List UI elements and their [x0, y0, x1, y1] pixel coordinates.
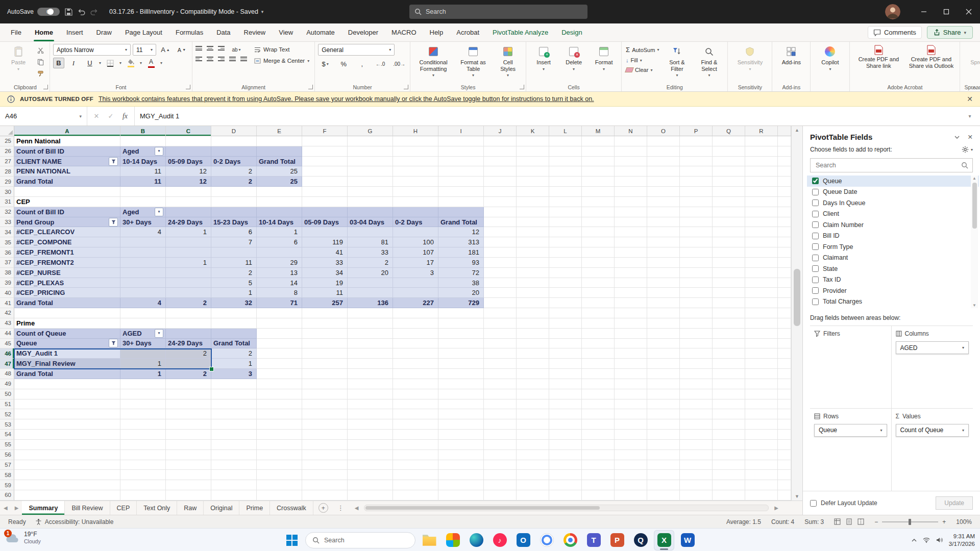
- cell-K30[interactable]: [517, 187, 549, 197]
- cell-N39[interactable]: [615, 278, 647, 288]
- cell-C42[interactable]: [166, 308, 211, 318]
- cell-C51[interactable]: [166, 399, 211, 410]
- cell-F29[interactable]: [302, 177, 348, 187]
- cell-F44[interactable]: [302, 329, 348, 339]
- cell-E26[interactable]: [257, 146, 302, 157]
- cell-O49[interactable]: [647, 379, 680, 389]
- cell-E57[interactable]: [257, 460, 302, 470]
- cell-I45[interactable]: [438, 339, 484, 349]
- cell-O55[interactable]: [647, 440, 680, 450]
- cell-A28[interactable]: PENN NATIONAL: [14, 166, 120, 177]
- cell-L29[interactable]: [549, 177, 582, 187]
- row-header-43[interactable]: 43: [0, 318, 14, 329]
- cell-B36[interactable]: [120, 247, 166, 258]
- cell-B43[interactable]: [120, 318, 166, 329]
- format-cells-button[interactable]: Format▾: [590, 44, 618, 72]
- cell-C43[interactable]: [166, 318, 211, 329]
- cell-P27[interactable]: [680, 157, 713, 167]
- cell-J48[interactable]: [484, 369, 517, 379]
- cell-G50[interactable]: [348, 389, 393, 399]
- cell-O37[interactable]: [647, 258, 680, 268]
- cell-F50[interactable]: [302, 389, 348, 399]
- cell-G49[interactable]: [348, 379, 393, 389]
- cell-N36[interactable]: [615, 247, 647, 258]
- cell-B58[interactable]: [120, 470, 166, 480]
- cell-B56[interactable]: [120, 450, 166, 460]
- cell-C31[interactable]: [166, 197, 211, 207]
- cell-R55[interactable]: [745, 440, 778, 450]
- cell-I58[interactable]: [438, 470, 484, 480]
- zoom-slider[interactable]: [882, 521, 938, 522]
- cell-F55[interactable]: [302, 440, 348, 450]
- cell-D38[interactable]: 2: [211, 268, 257, 278]
- cell-P33[interactable]: [680, 217, 713, 228]
- column-header-m[interactable]: M: [582, 126, 615, 136]
- cell-F26[interactable]: [302, 146, 348, 157]
- warning-message-link[interactable]: This workbook contains features that pre…: [99, 95, 594, 103]
- cell-G42[interactable]: [348, 308, 393, 318]
- cell-G45[interactable]: [348, 339, 393, 349]
- font-color-button[interactable]: A: [144, 58, 158, 68]
- cell-G46[interactable]: [348, 348, 393, 359]
- cell-E45[interactable]: [257, 339, 302, 349]
- cell-H43[interactable]: [393, 318, 438, 329]
- sensitivity-button[interactable]: Sensitivity▾: [731, 44, 769, 72]
- field-checkbox-tax-id[interactable]: [812, 277, 819, 283]
- cell-J42[interactable]: [484, 308, 517, 318]
- cell-E55[interactable]: [257, 440, 302, 450]
- cell-H40[interactable]: [393, 288, 438, 298]
- cell-A50[interactable]: [14, 389, 120, 399]
- cell-N30[interactable]: [615, 187, 647, 197]
- cell-L27[interactable]: [549, 157, 582, 167]
- cell-H41[interactable]: 227: [393, 298, 438, 308]
- scroll-left-icon[interactable]: ◀: [351, 505, 362, 511]
- cell-C38[interactable]: [166, 268, 211, 278]
- row-header-33[interactable]: 33: [0, 217, 14, 228]
- create-pdf-share-link-button[interactable]: Create PDF and Share link: [853, 44, 904, 70]
- taskbar-icon-edge[interactable]: [466, 530, 486, 550]
- sheet-tab-raw[interactable]: Raw: [177, 501, 204, 515]
- autosave-toggle[interactable]: AutoSave Off: [7, 8, 60, 16]
- increase-decimal-button[interactable]: ←.0: [373, 59, 387, 69]
- cell-M57[interactable]: [582, 460, 615, 470]
- cell-P34[interactable]: [680, 227, 713, 237]
- cell-D54[interactable]: [211, 430, 257, 440]
- cell-O53[interactable]: [647, 419, 680, 430]
- field-item-days-in-queue[interactable]: Days In Queue: [807, 197, 979, 209]
- row-header-37[interactable]: 37: [0, 258, 14, 268]
- cell-F40[interactable]: 11: [302, 288, 348, 298]
- underline-button[interactable]: U: [83, 58, 97, 68]
- column-header-j[interactable]: J: [484, 126, 517, 136]
- cell-B35[interactable]: [120, 237, 166, 247]
- cell-F48[interactable]: [302, 369, 348, 379]
- wrap-text-button[interactable]: Wrap Text: [252, 45, 311, 54]
- cell-B49[interactable]: [120, 379, 166, 389]
- cell-A36[interactable]: #CEP_FREMONT1: [14, 247, 120, 258]
- cell-E37[interactable]: 29: [257, 258, 302, 268]
- cell-I47[interactable]: [438, 359, 484, 369]
- cell-D29[interactable]: 2: [211, 177, 257, 187]
- ribbon-tab-review[interactable]: Review: [237, 23, 273, 41]
- cell-N28[interactable]: [615, 166, 647, 177]
- cell-M42[interactable]: [582, 308, 615, 318]
- cell-R50[interactable]: [745, 389, 778, 399]
- cell-F38[interactable]: 34: [302, 268, 348, 278]
- cell-O27[interactable]: [647, 157, 680, 167]
- cell-F42[interactable]: [302, 308, 348, 318]
- cell-B51[interactable]: [120, 399, 166, 410]
- cell-Q50[interactable]: [713, 389, 745, 399]
- cell-E53[interactable]: [257, 419, 302, 430]
- cell-P31[interactable]: [680, 197, 713, 207]
- cell-I27[interactable]: [438, 157, 484, 167]
- field-item-provider[interactable]: Provider: [807, 285, 979, 296]
- cell-R48[interactable]: [745, 369, 778, 379]
- saved-chevron-icon[interactable]: ▾: [261, 9, 264, 14]
- cell-C28[interactable]: 12: [166, 166, 211, 177]
- cell-R59[interactable]: [745, 480, 778, 490]
- cell-F52[interactable]: [302, 409, 348, 419]
- cell-C39[interactable]: [166, 278, 211, 288]
- copilot-button[interactable]: Copilot▾: [814, 44, 846, 72]
- cell-G56[interactable]: [348, 450, 393, 460]
- cell-N60[interactable]: [615, 490, 647, 500]
- cell-M54[interactable]: [582, 430, 615, 440]
